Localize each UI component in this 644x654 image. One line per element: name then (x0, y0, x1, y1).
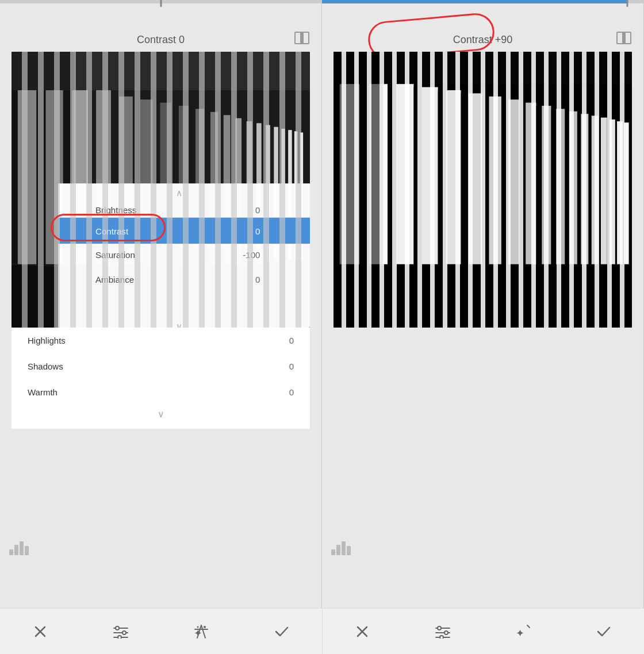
svg-rect-51 (334, 52, 632, 328)
right-histogram-icon[interactable] (331, 539, 352, 557)
svg-rect-22 (266, 125, 270, 262)
settings-arrow-down[interactable]: ∨ (14, 405, 308, 423)
left-cancel-button[interactable] (26, 617, 55, 646)
svg-point-108 (440, 636, 443, 638)
svg-text:Ambiance: Ambiance (95, 275, 134, 284)
right-magic-button[interactable]: ✦ (509, 617, 538, 646)
svg-point-106 (444, 631, 448, 634)
svg-rect-75 (413, 87, 421, 264)
svg-rect-16 (195, 109, 204, 264)
svg-text:✦: ✦ (516, 628, 524, 639)
svg-rect-14 (160, 103, 171, 264)
left-slider-track[interactable] (0, 0, 321, 3)
highlights-item[interactable]: Highlights 0 (14, 328, 308, 353)
left-panel: Contrast 0 (0, 0, 322, 608)
svg-rect-43 (14, 545, 18, 555)
highlights-label: Highlights (28, 336, 66, 345)
svg-rect-73 (359, 84, 369, 264)
svg-rect-66 (581, 114, 588, 264)
bottom-toolbar: ✦ ✦ (0, 608, 644, 654)
svg-rect-6 (12, 52, 310, 90)
svg-rect-59 (469, 93, 482, 264)
svg-rect-83 (331, 549, 335, 555)
magic-icon-left: ✦ (194, 624, 209, 639)
warmth-item[interactable]: Warmth 0 (14, 379, 308, 405)
left-confirm-button[interactable] (267, 617, 296, 646)
svg-rect-45 (25, 546, 29, 555)
svg-rect-20 (247, 121, 252, 264)
left-photo: ∧ Brightness 0 Contrast 0 Saturation -10… (12, 52, 310, 328)
left-photo-svg: ∧ Brightness 0 Contrast 0 Saturation -10… (12, 52, 310, 328)
svg-text:0: 0 (255, 275, 260, 284)
svg-text:Contrast: Contrast (95, 226, 129, 236)
svg-text:✦: ✦ (194, 628, 202, 639)
left-slider-thumb[interactable] (160, 0, 162, 7)
svg-rect-9 (45, 90, 63, 264)
svg-rect-69 (610, 120, 615, 264)
contrast-circle-annotation (51, 214, 166, 241)
svg-rect-13 (140, 99, 153, 264)
svg-rect-85 (342, 541, 346, 555)
svg-rect-47 (625, 32, 631, 44)
warmth-label: Warmth (28, 387, 57, 397)
svg-rect-67 (592, 116, 599, 264)
highlights-value: 0 (289, 336, 294, 345)
confirm-icon-left (274, 624, 289, 639)
svg-rect-86 (347, 546, 351, 555)
svg-point-92 (122, 631, 126, 634)
svg-line-29 (12, 264, 310, 277)
svg-rect-81 (536, 106, 542, 264)
svg-rect-1 (303, 32, 309, 44)
svg-rect-15 (179, 106, 189, 264)
svg-rect-27 (300, 133, 303, 261)
svg-line-110 (527, 625, 530, 628)
svg-rect-42 (9, 549, 13, 555)
right-slider-track[interactable] (322, 0, 643, 3)
left-histogram-icon[interactable] (9, 539, 30, 557)
right-slider-thumb[interactable] (627, 0, 628, 7)
svg-rect-62 (526, 103, 536, 264)
magic-icon-right: ✦ (516, 624, 531, 639)
right-cancel-button[interactable] (348, 617, 377, 646)
right-header: Contrast +90 (322, 0, 643, 52)
svg-rect-76 (438, 90, 446, 264)
svg-rect-11 (96, 90, 111, 264)
right-confirm-button[interactable] (589, 617, 618, 646)
left-adjustments-button[interactable] (106, 617, 135, 646)
warmth-value: 0 (289, 387, 294, 397)
left-magic-button[interactable]: ✦ (187, 617, 216, 646)
svg-point-104 (438, 626, 441, 630)
svg-rect-10 (72, 90, 88, 264)
svg-rect-55 (369, 84, 388, 264)
cancel-icon-left (33, 625, 47, 638)
svg-rect-79 (501, 99, 508, 264)
right-image-container (334, 52, 632, 328)
left-compare-icon[interactable] (294, 30, 310, 46)
svg-text:0: 0 (255, 226, 260, 236)
svg-rect-7 (12, 264, 310, 328)
right-adjustments-button[interactable] (428, 617, 457, 646)
svg-rect-56 (396, 84, 413, 264)
svg-rect-53 (334, 264, 632, 328)
svg-rect-71 (624, 122, 629, 264)
left-toolbar: ✦ (0, 609, 323, 654)
svg-rect-78 (482, 97, 489, 264)
histogram-svg-right (331, 539, 352, 555)
histogram-svg-left (9, 539, 30, 555)
right-panel: Contrast +90 (322, 0, 644, 608)
adjustments-icon-right (435, 625, 451, 638)
right-compare-icon[interactable] (616, 30, 632, 46)
svg-rect-8 (18, 90, 36, 264)
right-photo (334, 52, 632, 328)
svg-text:-100: -100 (243, 250, 260, 260)
svg-rect-52 (334, 52, 632, 84)
confirm-icon-right (596, 624, 611, 639)
svg-text:∨: ∨ (176, 321, 182, 328)
shadows-item[interactable]: Shadows 0 (14, 353, 308, 379)
right-toolbar: ✦ (323, 609, 645, 654)
right-photo-svg (334, 52, 632, 328)
svg-rect-74 (388, 84, 396, 264)
svg-rect-21 (256, 123, 262, 263)
svg-rect-17 (210, 112, 218, 264)
svg-text:0: 0 (255, 205, 260, 215)
